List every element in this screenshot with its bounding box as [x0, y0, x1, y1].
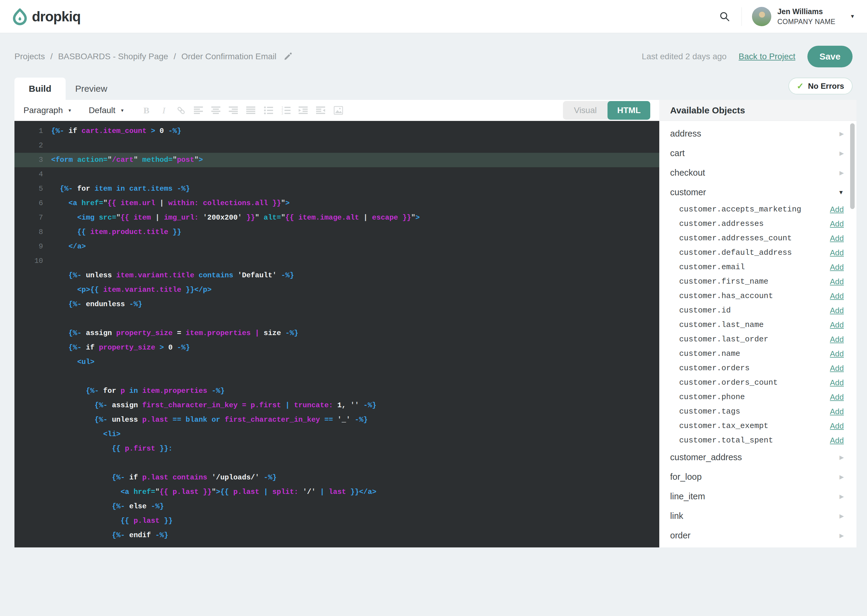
user-menu[interactable]: Jen Williams COMPANY NAME ▼	[752, 7, 855, 26]
align-justify-icon[interactable]	[246, 105, 256, 115]
code-token: contains	[172, 473, 212, 482]
add-property-link[interactable]: Add	[830, 277, 844, 286]
add-property-link[interactable]: Add	[830, 378, 844, 387]
object-row-customer_address[interactable]: customer_address▶	[659, 448, 856, 467]
breadcrumb-project[interactable]: BASBOARDS - Shopify Page	[58, 52, 168, 61]
chevron-right-icon[interactable]: ▶	[839, 169, 844, 176]
save-button[interactable]: Save	[807, 46, 853, 68]
chevron-right-icon[interactable]: ▶	[839, 512, 844, 519]
add-property-link[interactable]: Add	[830, 262, 844, 272]
align-left-icon[interactable]	[194, 105, 204, 115]
code-line[interactable]: {{ p.first }}:	[14, 442, 659, 456]
available-objects-panel: Available Objects address▶cart▶checkout▶…	[659, 100, 856, 547]
code-line[interactable]: {%- endif -%}	[14, 528, 659, 543]
panel-scrollbar[interactable]	[850, 123, 854, 209]
code-line[interactable]: 5{%- for item in cart.items -%}	[14, 182, 659, 196]
link-icon[interactable]	[176, 105, 186, 115]
code-line[interactable]: {%- if property_size > 0 -%}	[14, 341, 659, 355]
add-property-link[interactable]: Add	[830, 291, 844, 301]
code-line[interactable]: {%- assign first_character_in_key = p.fi…	[14, 398, 659, 413]
chevron-right-icon[interactable]: ▶	[839, 150, 844, 157]
avatar[interactable]	[752, 7, 771, 26]
add-property-link[interactable]: Add	[830, 436, 844, 445]
align-center-icon[interactable]	[211, 105, 221, 115]
object-row-address[interactable]: address▶	[659, 124, 856, 143]
add-property-link[interactable]: Add	[830, 306, 844, 315]
italic-icon[interactable]: I	[159, 105, 169, 115]
add-property-link[interactable]: Add	[830, 407, 844, 416]
add-property-link[interactable]: Add	[830, 335, 844, 344]
breadcrumb-page[interactable]: Order Confirmation Email	[181, 52, 276, 61]
style-dropdown[interactable]: Default ▼	[89, 105, 125, 115]
code-line[interactable]: {%- else -%}	[14, 499, 659, 514]
code-line[interactable]: 4	[14, 167, 659, 182]
code-line[interactable]: {%- unless p.last == blank or first_char…	[14, 413, 659, 427]
code-line[interactable]: {%- if p.last contains '/uploads/' -%}	[14, 470, 659, 485]
numbered-list-icon[interactable]: 123	[281, 105, 291, 115]
chevron-right-icon[interactable]: ▶	[839, 130, 844, 137]
code-line[interactable]: 10	[14, 254, 659, 268]
paragraph-dropdown[interactable]: Paragraph ▼	[24, 105, 72, 115]
add-property-link[interactable]: Add	[830, 321, 844, 330]
html-mode-button[interactable]: HTML	[607, 101, 650, 120]
visual-mode-button[interactable]: Visual	[563, 101, 607, 120]
object-row-cart[interactable]: cart▶	[659, 143, 856, 163]
code-line[interactable]: 9</a>	[14, 239, 659, 254]
add-property-link[interactable]: Add	[830, 219, 844, 229]
code-line[interactable]	[14, 456, 659, 470]
code-line[interactable]: {%- unless item.variant.title contains '…	[14, 268, 659, 283]
add-property-link[interactable]: Add	[830, 393, 844, 402]
code-line[interactable]: 7<img src="{{ item | img_url: '200x200' …	[14, 211, 659, 225]
edit-pencil-icon[interactable]	[283, 52, 293, 61]
tab-preview[interactable]: Preview	[66, 78, 117, 100]
add-property-link[interactable]: Add	[830, 421, 844, 431]
code-line[interactable]: 8{{ item.product.title }}	[14, 225, 659, 239]
bullet-list-icon[interactable]	[263, 105, 274, 115]
user-company: COMPANY NAME	[777, 18, 835, 26]
code-line[interactable]	[14, 312, 659, 326]
chevron-down-icon[interactable]: ▼	[838, 189, 844, 196]
line-number: 6	[14, 196, 43, 211]
code-line[interactable]: <a href="{{ p.last }}">{{ p.last | split…	[14, 485, 659, 499]
code-line[interactable]: {{ p.last }}	[14, 514, 659, 528]
code-line[interactable]	[14, 369, 659, 384]
object-row-line_item[interactable]: line_item▶	[659, 487, 856, 506]
back-to-project-link[interactable]: Back to Project	[739, 52, 795, 61]
object-property-label: customer.default_address	[679, 248, 792, 257]
code-line[interactable]: 3<form action="/cart" method="post">	[14, 153, 659, 167]
indent-icon[interactable]	[298, 105, 309, 115]
outdent-icon[interactable]	[316, 105, 326, 115]
code-line[interactable]: {%- endunless -%}	[14, 297, 659, 312]
code-line[interactable]: {%- assign property_size = item.properti…	[14, 326, 659, 341]
code-line[interactable]: {%- for p in item.properties -%}	[14, 384, 659, 398]
code-line[interactable]: 1{%- if cart.item_count > 0 -%}	[14, 124, 659, 138]
code-area[interactable]: 1{%- if cart.item_count > 0 -%}23<form a…	[14, 121, 659, 547]
bold-icon[interactable]: B	[141, 105, 151, 115]
chevron-right-icon[interactable]: ▶	[839, 493, 844, 500]
code-line[interactable]: 6<a href="{{ item.url | within: collecti…	[14, 196, 659, 211]
add-property-link[interactable]: Add	[830, 349, 844, 358]
chevron-right-icon[interactable]: ▶	[839, 454, 844, 461]
add-property-link[interactable]: Add	[830, 248, 844, 258]
search-icon[interactable]	[718, 10, 731, 23]
object-row-for_loop[interactable]: for_loop▶	[659, 467, 856, 487]
object-row-link[interactable]: link▶	[659, 506, 856, 526]
dropkiq-logo[interactable]: dropkiq	[12, 8, 81, 25]
add-property-link[interactable]: Add	[830, 205, 844, 214]
chevron-down-icon[interactable]: ▼	[850, 14, 855, 20]
code-line[interactable]: 2	[14, 138, 659, 153]
breadcrumb-projects[interactable]: Projects	[14, 52, 45, 61]
object-row-checkout[interactable]: checkout▶	[659, 163, 856, 182]
code-line[interactable]: <li>	[14, 427, 659, 442]
object-row-customer[interactable]: customer▼	[659, 182, 856, 202]
object-row-order[interactable]: order▶	[659, 526, 856, 545]
code-line[interactable]: <ul>	[14, 355, 659, 369]
align-right-icon[interactable]	[229, 105, 239, 115]
tab-build[interactable]: Build	[14, 78, 66, 100]
chevron-right-icon[interactable]: ▶	[839, 473, 844, 480]
add-property-link[interactable]: Add	[830, 234, 844, 243]
image-icon[interactable]	[333, 105, 344, 115]
code-line[interactable]: <p>{{ item.variant.title }}</p>	[14, 283, 659, 297]
chevron-right-icon[interactable]: ▶	[839, 532, 844, 539]
add-property-link[interactable]: Add	[830, 364, 844, 373]
